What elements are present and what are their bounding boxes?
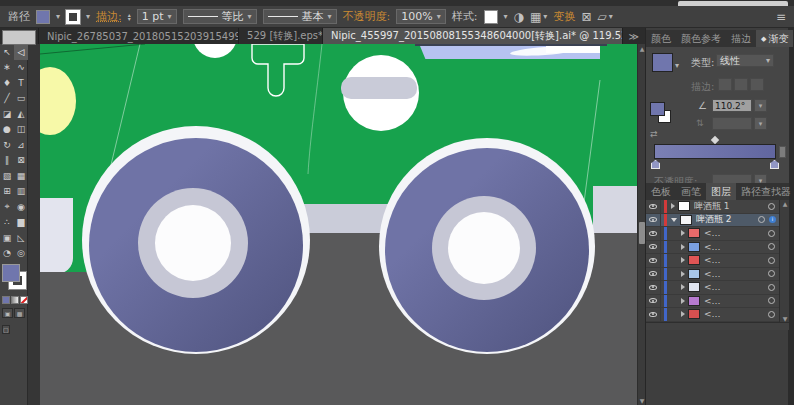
step-down-icon[interactable]: ▾ (128, 17, 131, 21)
expand-icon[interactable] (681, 257, 685, 263)
target-icon[interactable] (768, 243, 775, 250)
shear-icon[interactable]: ▱▾ (597, 10, 612, 24)
brush-dropdown-icon[interactable]: ▾ (328, 10, 332, 23)
expand-icon[interactable] (681, 244, 685, 250)
gradient-swatch[interactable] (652, 53, 673, 72)
gradient-fill-proxy[interactable] (650, 102, 665, 116)
target-icon[interactable] (768, 311, 775, 318)
doc-tab-4-active[interactable]: Nipic_455997_20150808155348604000[转换].ai… (323, 28, 623, 44)
gradient-mode-icon[interactable] (11, 296, 19, 304)
visibility-toggle[interactable] (646, 227, 661, 240)
target-icon[interactable] (768, 297, 775, 304)
sublayer-row[interactable]: <… (646, 254, 779, 268)
sublayer-row[interactable]: <… (646, 268, 779, 282)
style-dropdown-icon[interactable]: ▾ (504, 12, 508, 21)
visibility-toggle[interactable] (646, 281, 661, 294)
reverse-gradient-icon[interactable]: ⇄ (650, 129, 658, 139)
angle-dropdown-icon[interactable]: ▾ (754, 99, 767, 112)
zoom-tool[interactable]: ◎ (14, 246, 28, 262)
sublayer-row[interactable]: <… (646, 227, 779, 241)
sublayer-row[interactable]: <… (646, 241, 779, 255)
column-graph-tool[interactable]: ▆ (14, 215, 28, 231)
pencil-tool[interactable]: ◭ (14, 106, 28, 122)
free-transform-icon[interactable]: ⊠ (581, 10, 591, 24)
expand-icon[interactable] (681, 298, 685, 304)
scroll-up-icon[interactable]: ▲ (780, 200, 790, 207)
target-icon[interactable] (768, 284, 775, 291)
gradient-slider-bar[interactable] (654, 144, 776, 159)
tab-overflow-icon[interactable]: ≫ (623, 28, 645, 44)
eraser-tool[interactable]: ◫ (14, 122, 28, 138)
width-profile-select[interactable]: 等比▾ (183, 9, 257, 24)
target-icon[interactable] (768, 257, 775, 264)
expand-icon[interactable] (681, 311, 685, 317)
blend-tool[interactable]: ◉ (14, 199, 28, 215)
perspective-grid-tool[interactable]: ▦ (14, 168, 28, 184)
expand-icon[interactable] (671, 203, 675, 209)
fill-proxy-swatch[interactable] (2, 264, 20, 282)
target-icon[interactable] (758, 216, 765, 223)
scroll-down-icon[interactable]: ▼ (780, 315, 790, 322)
expand-icon[interactable] (681, 230, 685, 236)
transform-link[interactable]: 变换 (553, 9, 575, 24)
magic-wand-tool[interactable]: ∗ (0, 60, 14, 76)
eyedropper-tool[interactable]: ⌖ (0, 199, 14, 215)
stroke-grad-btn-1[interactable] (718, 78, 732, 91)
color-mode-icon[interactable] (2, 296, 10, 304)
direct-selection-tool[interactable]: ◁ (14, 44, 28, 60)
collapse-icon[interactable] (671, 218, 677, 222)
fill-dropdown-icon[interactable]: ▾ (56, 12, 60, 21)
stroke-width-field[interactable]: 1 pt▾ (137, 9, 177, 24)
gradient-tool[interactable]: ▥ (14, 184, 28, 200)
width-tool[interactable]: ∥ (0, 153, 14, 169)
target-icon[interactable] (768, 270, 775, 277)
rotate-tool[interactable]: ↻ (0, 137, 14, 153)
control-bar-menu-icon[interactable]: ≡ (776, 10, 786, 24)
vertical-scrollbar[interactable]: ▲ ▼ (637, 44, 645, 405)
visibility-toggle[interactable] (646, 295, 661, 308)
doc-tab-3[interactable]: 529 [转换].eps*× (239, 28, 323, 44)
style-swatch[interactable] (484, 10, 498, 24)
type-tool[interactable]: T (14, 75, 28, 91)
expand-icon[interactable] (681, 271, 685, 277)
pattern-options-icon[interactable]: ▦▾ (530, 10, 547, 24)
lasso-tool[interactable]: ∿ (14, 60, 28, 76)
target-icon[interactable] (768, 230, 775, 237)
opacity-link[interactable]: 不透明度: (343, 9, 391, 24)
hub-right[interactable] (448, 212, 520, 284)
bumper-left[interactable] (40, 198, 73, 274)
stroke-width-dropdown-icon[interactable]: ▾ (168, 10, 172, 23)
tab-swatches[interactable]: 色板 (646, 183, 676, 200)
tab-layers-active[interactable]: 图层 (706, 183, 736, 200)
fill-color-swatch[interactable] (36, 10, 50, 24)
visibility-toggle[interactable] (646, 268, 661, 281)
visibility-toggle[interactable] (646, 241, 661, 254)
tab-color-guide[interactable]: 颜色参考 (676, 30, 726, 47)
blob-brush-tool[interactable]: ● (0, 122, 14, 138)
artwork[interactable] (40, 44, 637, 405)
doc-tab-2[interactable]: Nipic_26785037_20180515203915499034.ai*× (39, 28, 239, 44)
none-mode-icon[interactable] (20, 296, 28, 304)
tab-brushes[interactable]: 画笔 (676, 183, 706, 200)
scale-tool[interactable]: ⊿ (14, 137, 28, 153)
canvas-area[interactable]: ▲ ▼ (28, 44, 645, 405)
visibility-toggle[interactable] (646, 214, 661, 227)
symbol-sprayer-tool[interactable]: ∴ (0, 215, 14, 231)
stroke-dropdown-icon[interactable]: ▾ (86, 12, 90, 21)
screen-mode-icon[interactable]: ▢ (2, 325, 10, 334)
target-icon[interactable] (768, 203, 775, 210)
gradient-annotator-icon[interactable] (779, 146, 786, 158)
gradient-type-select[interactable]: 线性 ▾ (716, 54, 774, 67)
paintbrush-tool[interactable]: ◪ (0, 106, 14, 122)
angle-field[interactable]: 110.2° (712, 99, 752, 112)
gradient-swatch-dropdown-icon[interactable]: ▾ (675, 61, 679, 70)
scroll-down-icon[interactable]: ▼ (638, 397, 645, 404)
sublayer-row[interactable]: <… (646, 281, 779, 295)
draw-behind-icon[interactable]: ▩ (14, 308, 25, 318)
stroke-color-swatch[interactable] (66, 10, 80, 24)
scroll-up-icon[interactable]: ▲ (638, 45, 645, 52)
shape-builder-tool[interactable]: ▧ (0, 168, 14, 184)
line-segment-tool[interactable]: ╱ (0, 91, 14, 107)
expand-icon[interactable] (681, 284, 685, 290)
profile-dropdown-icon[interactable]: ▾ (248, 10, 252, 23)
